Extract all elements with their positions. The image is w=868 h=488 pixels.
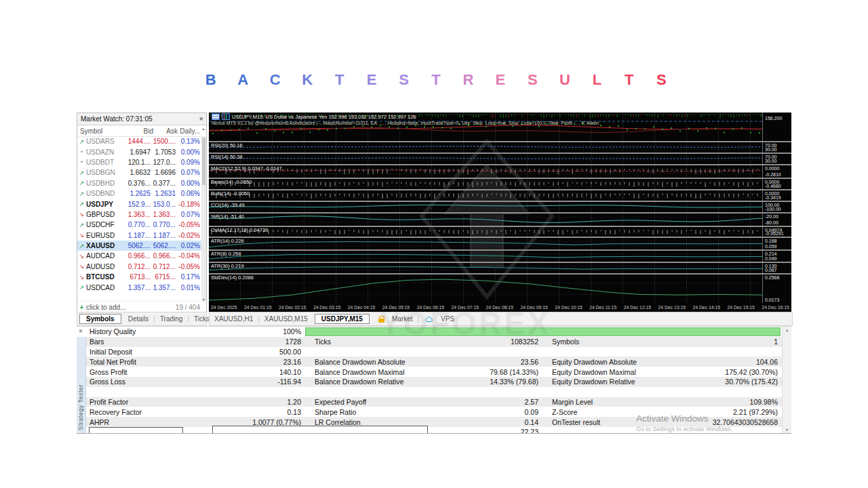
market-watch-row[interactable]: ↘AUDUSD0.712...0.712...-0.05% <box>77 262 201 272</box>
bid-value: 1.6947 <box>125 148 151 156</box>
scale-value: -80.00 <box>765 220 778 225</box>
results-row: Profit Factor1.20Expected Payoff2.57Marg… <box>85 397 783 407</box>
price-scale[interactable]: 156.200 <box>762 113 791 141</box>
chart-type-icon[interactable] <box>222 113 230 120</box>
scroll-up-icon[interactable]: ▲ <box>783 328 791 332</box>
column-bid[interactable]: Bid <box>127 127 153 135</box>
indicator-pane[interactable]: StdDev(14) 0.20860.25680.0173 <box>209 273 791 303</box>
price-scale[interactable]: 70.0030.00 <box>762 142 791 152</box>
column-symbol[interactable]: Symbol <box>77 127 127 135</box>
indicator-pane[interactable]: ATR(14) 0.2260.1680.059 <box>209 237 791 249</box>
scale-value: -0.2810 <box>765 172 781 177</box>
bid-value: 152.9... <box>125 201 151 208</box>
market-watch-row[interactable]: ↗USDBHD0.376...0.377...0.00% <box>77 178 201 188</box>
close-panel-icon[interactable]: × <box>79 327 83 335</box>
daily-change: 0.02% <box>176 242 201 249</box>
indicator-pane[interactable]: ATR(8) 0.2580.2140.049 <box>209 249 791 262</box>
result-label: Expected Payoff <box>305 398 475 406</box>
market-watch-row[interactable]: ↗USDJPY152.9...153.0...-0.18% <box>77 199 201 209</box>
title-letter: T <box>420 71 452 90</box>
indicator-pane[interactable]: Bears(14) -0.06500.0000-0.4680 <box>209 178 791 189</box>
tab-symbols[interactable]: Symbols <box>79 314 121 324</box>
indicator-pane[interactable]: CCI(14) -39.49100.00-100.00 <box>209 201 791 212</box>
market-watch-row[interactable]: ↗USDARS1444....1500....0.13% <box>77 136 201 146</box>
bid-value: 1.2625 <box>125 190 151 197</box>
strategy-tester-tab[interactable]: Strategy Tester <box>77 337 86 433</box>
price-scale[interactable]: -20.00-80.00 <box>762 214 791 226</box>
market-watch-row[interactable]: •USDBDT120.1...127.0...0.09% <box>77 157 201 167</box>
result-value: 79.68 (14.33%) <box>475 368 542 376</box>
market-watch-row[interactable]: ↗XAUUSD5062....5062....0.02% <box>77 241 201 251</box>
price-scale[interactable]: 0.2140.049 <box>762 251 791 262</box>
market-watch-row[interactable]: ↘BTCUSD6713...6715...0.17% <box>77 272 201 282</box>
price-scale[interactable]: 0.0000-0.2810 <box>762 165 791 178</box>
scrollbar-thumb[interactable] <box>202 138 205 185</box>
time-label: 24 Dec 15:15 <box>727 305 754 310</box>
market-watch-row[interactable]: ↗USDBND1.26251.26310.06% <box>77 188 201 199</box>
scale-value: 156.200 <box>765 116 782 121</box>
market-watch-row[interactable]: •USDAZN1.69471.70530.00% <box>77 146 201 157</box>
symbol-name: USDBND <box>86 190 125 197</box>
ask-value: 6715... <box>151 273 176 281</box>
daily-change: 0.09% <box>176 159 201 166</box>
column-ask[interactable]: Ask <box>153 127 178 135</box>
indicator-pane[interactable]: Bulls(14) -0.00500.0000-0.3419 <box>209 189 791 201</box>
symbol-name: USDCAD <box>86 284 125 291</box>
tab-trading[interactable]: Trading <box>155 315 188 323</box>
price-scale[interactable]: 0.04974-0.05291 <box>762 227 791 237</box>
indicator-label: OsMA(12,17,18) 0.04739 <box>211 228 268 233</box>
bid-value: 1.363... <box>125 211 151 218</box>
result-value: 32.70643030528658 <box>707 418 782 426</box>
price-scale[interactable]: 100.00-100.00 <box>762 202 791 212</box>
indicator-pane[interactable]: MACD(12,52,9) 0.0347 -0.01470.0000-0.281… <box>209 164 791 178</box>
close-icon[interactable]: × <box>199 113 203 125</box>
indicator-pane[interactable]: %R(14) -51.40-20.00-80.00 <box>209 212 791 226</box>
scroll-up-icon[interactable]: ▲ <box>201 127 206 131</box>
bid-value: 1.187... <box>125 232 151 239</box>
price-scale[interactable]: 0.0000-0.4680 <box>762 179 791 189</box>
quotes-grid-icon[interactable] <box>212 113 220 120</box>
results-scrollbar[interactable]: ▲ ▼ <box>782 327 791 433</box>
indicator-label: MACD(12,52,9) 0.0347 -0.0147 <box>211 166 282 171</box>
tab-details[interactable]: Details <box>123 315 154 323</box>
tab-xauusd-h1[interactable]: XAUUSD,H1 <box>210 315 258 323</box>
indicator-pane[interactable]: ATR(30) 0.2190.1300.067 <box>209 262 791 273</box>
title-letter: S <box>646 71 677 90</box>
market-watch-row[interactable]: ↗USDBGN1.66321.66960.07% <box>77 167 201 178</box>
price-scale[interactable]: 0.25680.0173 <box>762 274 791 303</box>
market-watch-row[interactable]: ↘EURUSD1.187...1.187...-0.02% <box>77 230 201 241</box>
pane-plot: ATR(8) 0.258 <box>209 251 762 262</box>
bid-value: 5062.... <box>125 242 151 249</box>
scale-value: -0.05291 <box>765 231 784 236</box>
brand-watermark-text: YOFOREX <box>380 305 551 342</box>
add-symbol-label[interactable]: click to add... <box>86 304 176 311</box>
market-watch-row[interactable]: ↘GBPUSD1.363...1.363...0.07% <box>77 209 201 220</box>
chart-window[interactable]: 156.200RSI(20) 50.1670.0030.00RSI(14) 50… <box>209 113 791 312</box>
result-label: Equity Drawdown Relative <box>542 378 707 386</box>
market-watch-row[interactable]: ↘AUDCAD0.966...0.966...-0.04% <box>77 251 201 261</box>
time-label: 24 Dec 12:15 <box>624 305 651 310</box>
up-arrow-icon: ↗ <box>77 284 86 291</box>
indicator-pane[interactable]: RSI(14) 50.3870.0030.00 <box>209 152 791 164</box>
chart-title-row: USDJPY,M15: US Dollar vs Japanese Yen 15… <box>212 113 416 120</box>
result-value: 23.16 <box>236 358 305 366</box>
dot-icon: • <box>77 148 86 155</box>
price-scale[interactable]: 0.1300.067 <box>762 263 791 273</box>
result-label: Initial Deposit <box>85 348 236 356</box>
market-watch-footer: + click to add... 19 / 404 <box>77 301 206 312</box>
price-scale[interactable]: 70.0030.00 <box>762 154 791 164</box>
indicator-pane[interactable]: OsMA(12,17,18) 0.047390.04974-0.05291 <box>209 226 791 237</box>
add-symbol-icon[interactable]: + <box>77 304 86 311</box>
tab-xauusd-m15[interactable]: XAUUSD,M15 <box>260 315 313 323</box>
price-scale[interactable]: 0.0000-0.3419 <box>762 190 791 201</box>
market-watch-row[interactable]: ↗USDCHF0.770...0.770...-0.05% <box>77 220 201 230</box>
indicator-pane[interactable]: RSI(20) 50.1670.0030.00 <box>209 141 791 152</box>
price-scale[interactable]: 0.1680.059 <box>762 238 791 249</box>
market-watch-panel: Market Watch: 07:31:05 × Symbol Bid Ask … <box>77 113 207 313</box>
market-watch-row[interactable]: ↗USDCAD1.357...1.357...0.01% <box>77 282 201 292</box>
scroll-down-icon[interactable]: ▼ <box>783 428 791 432</box>
tab-usdjpy-m15[interactable]: USDJPY,M15 <box>315 314 370 324</box>
market-watch-scrollbar[interactable]: ▼ <box>201 136 206 302</box>
title-letter: C <box>259 71 291 90</box>
market-watch-header: Market Watch: 07:31:05 × <box>77 113 206 125</box>
